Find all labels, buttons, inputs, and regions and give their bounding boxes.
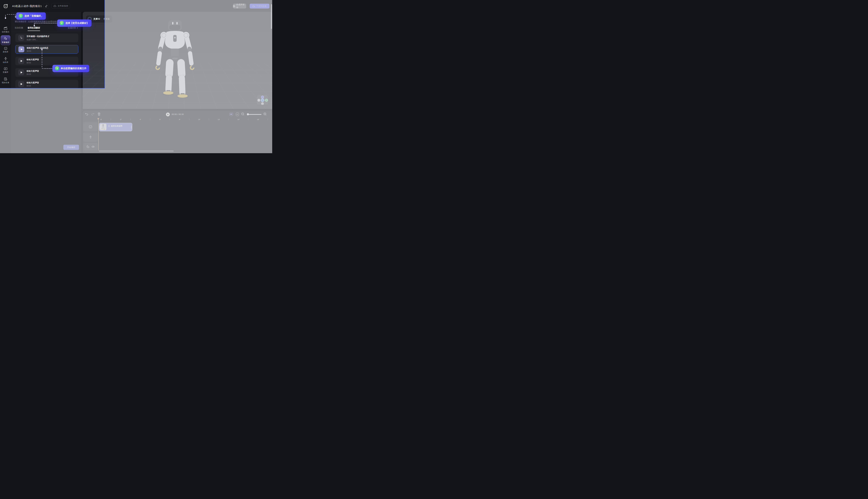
- tab-add-audio[interactable]: 添加音频: [15, 26, 23, 29]
- audio-item-duration: 00:03: [27, 50, 48, 52]
- timeline-zoom-slider-handle[interactable]: [247, 113, 249, 115]
- axis-y-label: Y: [262, 99, 263, 101]
- app-window: A1机器人动作-我的项目1 文件未保存 合成并保存 下发到设备 动作模仿 音频编…: [0, 0, 272, 153]
- sidebar-item-audio-arrange[interactable]: 音频编排: [0, 37, 11, 44]
- play-button[interactable]: [166, 112, 170, 117]
- audio-list-item-selected[interactable]: 哈哈大笑声音-点击状态 00:03: [15, 45, 78, 54]
- audio-arrange-diamonds-icon: [4, 37, 8, 40]
- task-list-icon: [4, 77, 8, 81]
- axis-z-label: Z: [262, 96, 263, 98]
- music-library-icon: [4, 67, 8, 70]
- sidebar-item-my-tasks[interactable]: 我的任务: [0, 77, 11, 84]
- start-arrange-button[interactable]: 开始编排: [63, 145, 79, 150]
- ruler-label: 0f: [99, 119, 103, 120]
- rename-button[interactable]: [44, 3, 49, 9]
- play-icon[interactable]: [18, 70, 24, 75]
- clip-trim-handle-right[interactable]: [131, 125, 132, 129]
- snap-icon[interactable]: [230, 113, 233, 116]
- timeline-hscrollbar[interactable]: [99, 150, 174, 151]
- audio-list-item-generating[interactable]: 百年难得一见的练武奇才 生成中 30% ...: [15, 34, 78, 42]
- axis-x-label: X: [266, 99, 267, 101]
- timeline-zoom-slider[interactable]: [247, 114, 261, 115]
- ruler-tick: [248, 119, 248, 120]
- audio-item-title: 哈哈大笑声音: [27, 58, 39, 61]
- audio-item-title: 哈哈大笑声音: [27, 70, 39, 73]
- playhead-line: [98, 120, 99, 150]
- app-logo-icon: [4, 4, 8, 8]
- tab-use-synth-material[interactable]: 使用合成素材: [28, 26, 40, 29]
- ruler-label: 10f: [197, 119, 201, 120]
- track-header-expression[interactable]: [83, 122, 98, 132]
- audio-item-title: 哈哈大笑声音: [27, 81, 39, 84]
- tutorial-step-3: 3 单击想要编排的音频文件: [52, 65, 89, 72]
- synth-voice-link[interactable]: 合成语音: [68, 26, 78, 29]
- deploy-device-button[interactable]: 下发到设备: [250, 4, 270, 9]
- robot-3d-viewport[interactable]: 灵犀X2 青春版 Z X Y: [83, 12, 272, 109]
- sidebar-label: 我的任务: [2, 82, 9, 84]
- sidebar-label: 动作库: [3, 61, 9, 63]
- timeline-clip-walk[interactable]: 超帅走路姿势: [99, 123, 132, 131]
- audio-item-status: 生成中 30% ...: [27, 39, 49, 41]
- play-icon[interactable]: [18, 58, 24, 64]
- robot-model: [152, 20, 198, 99]
- chevron-right-icon: [77, 27, 78, 29]
- person-icon: [4, 57, 8, 60]
- playhead-marker[interactable]: [97, 118, 99, 120]
- speaker-icon[interactable]: [92, 145, 95, 148]
- ruler-label: 6f: [158, 119, 162, 120]
- clip-trim-handle-left[interactable]: [100, 125, 100, 129]
- redo-icon[interactable]: [91, 112, 95, 116]
- trash-icon[interactable]: [98, 112, 100, 116]
- person-icon: [89, 135, 92, 139]
- zoom-out-icon[interactable]: [241, 112, 245, 116]
- track-header-motion[interactable]: [83, 132, 98, 142]
- disc-icon: [86, 145, 90, 148]
- ruler-label: 2f: [119, 119, 123, 120]
- file-save-status[interactable]: 文件未保存: [51, 3, 70, 9]
- save-status-label: 文件未保存: [58, 4, 68, 8]
- sidebar-item-audio-library[interactable]: 音频库: [0, 67, 11, 73]
- ruler-label: 12f: [216, 119, 221, 120]
- clapperboard-icon: [4, 27, 8, 30]
- synthesize-save-label: 合成并保存: [236, 3, 246, 9]
- sidebar-item-motion-imitation[interactable]: 动作模仿: [0, 27, 11, 33]
- model-name: 灵犀X2: [94, 17, 100, 21]
- ruler-label: 4f: [138, 119, 142, 120]
- sidebar-label: 表情库: [3, 51, 9, 53]
- sidebar-label: 音频编排: [2, 41, 9, 44]
- pencil-icon: [45, 5, 48, 7]
- synth-voice-label: 合成语音: [68, 26, 76, 29]
- audio-item-title: 百年难得一见的练武奇才: [27, 35, 49, 38]
- ruler-tick: [268, 119, 268, 120]
- zoom-in-icon[interactable]: [263, 112, 267, 116]
- play-icon[interactable]: [18, 81, 24, 87]
- track-header-audio[interactable]: [83, 143, 98, 150]
- tutorial-step-2: 2 选择【使用合成素材】: [57, 20, 91, 27]
- ruler-label: 8f: [177, 119, 182, 120]
- sidebar-item-expression-library[interactable]: 表情库: [0, 47, 11, 53]
- undo-icon[interactable]: [85, 112, 88, 116]
- fit-width-icon[interactable]: ◂▸: [236, 112, 239, 116]
- audio-list-item[interactable]: 哈哈大笑声音 00:03: [15, 57, 78, 65]
- step-number-badge: 1: [19, 14, 23, 18]
- cloud-icon: [53, 5, 57, 7]
- page-scrollbar-thumb[interactable]: [271, 4, 272, 29]
- sidebar-label: 音频库: [3, 71, 9, 73]
- synthesize-save-button[interactable]: 合成并保存: [233, 4, 246, 9]
- ruler-label: 14f: [236, 119, 240, 120]
- audio-item-duration: 00:03: [27, 85, 39, 87]
- audio-item-title: 哈哈大笑声音-点击状态: [27, 47, 48, 49]
- robot-face-icon: [4, 47, 8, 50]
- audio-list-item[interactable]: 哈哈大笑声音 00:03: [15, 80, 78, 88]
- audio-item-duration: 00:03: [27, 73, 39, 75]
- wink-face-icon: [89, 125, 92, 129]
- ruler-tick: [170, 119, 170, 120]
- sparkles-icon: [18, 35, 24, 41]
- audio-arrange-panel: 音频编排 通过音频处理，生成音频素材块及融合动作和表情 添加音频 使用合成素材 …: [11, 12, 81, 153]
- floppy-save-icon: [233, 5, 235, 7]
- axis-gizmo[interactable]: Z X Y: [257, 95, 268, 105]
- sidebar-label: 动作模仿: [2, 31, 9, 33]
- playback-time: 00:00 / 00:30: [172, 113, 184, 115]
- sidebar-item-motion-library[interactable]: 动作库: [0, 57, 11, 63]
- play-icon[interactable]: [18, 46, 24, 52]
